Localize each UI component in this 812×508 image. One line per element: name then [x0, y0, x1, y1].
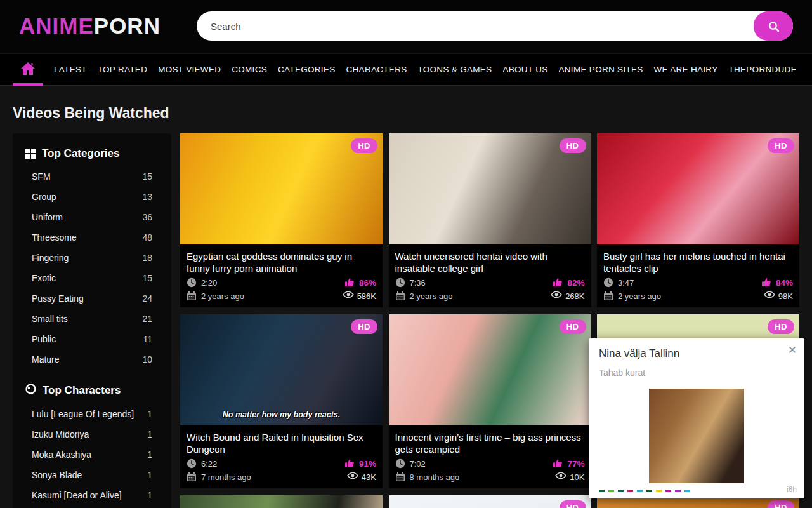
hd-badge: HD	[768, 500, 794, 508]
character-item-izuku[interactable]: Izuku Midoriya1	[25, 424, 160, 444]
category-item-threesome[interactable]: Threesome48	[25, 227, 160, 248]
nav-item-most-viewed[interactable]: MOST VIEWED	[158, 65, 221, 74]
video-duration: 7:02	[410, 459, 426, 469]
calendar-icon	[187, 472, 197, 482]
video-title[interactable]: Watch uncensored hentai video with insat…	[395, 250, 585, 274]
ad-photo[interactable]	[649, 389, 744, 483]
hd-badge: HD	[560, 138, 586, 153]
video-title[interactable]: Innocent virgin’s first time – big ass p…	[395, 431, 585, 455]
category-item-small-tits[interactable]: Small tits21	[25, 309, 160, 329]
top-categories-header: Top Categories	[25, 147, 160, 160]
nav-item-we-are-hairy[interactable]: WE ARE HAIRY	[654, 65, 718, 74]
nav-item-top-rated[interactable]: TOP RATED	[98, 65, 147, 74]
calendar-icon	[395, 291, 405, 301]
search-bar	[197, 11, 793, 41]
video-thumbnail[interactable]: HD	[389, 133, 591, 244]
category-item-uniform[interactable]: Uniform36	[25, 207, 160, 227]
top-characters-list: Lulu [League Of Legends]1 Izuku Midoriya…	[25, 404, 160, 505]
category-item-mature[interactable]: Mature10	[25, 349, 160, 370]
video-card[interactable]: HD Busty girl has her melons touched in …	[597, 133, 799, 307]
video-title[interactable]: Busty girl has her melons touched in hen…	[603, 250, 793, 274]
nav-item-theporndude[interactable]: THEPORNDUDE	[728, 65, 797, 74]
main-nav: LATEST TOP RATED MOST VIEWED COMICS CATE…	[0, 54, 812, 86]
eye-icon	[347, 472, 357, 482]
page-title: Videos Being Watched	[13, 105, 169, 122]
nav-item-categories[interactable]: CATEGORIES	[278, 65, 336, 74]
logo-text-secondary: PORN	[94, 13, 160, 38]
clock-icon	[187, 277, 197, 288]
characters-icon	[25, 384, 36, 398]
video-card[interactable]: HD Watch uncensored hentai video with in…	[389, 133, 591, 307]
video-age: 2 years ago	[618, 291, 661, 301]
close-icon[interactable]: ✕	[788, 345, 797, 356]
nav-item-characters[interactable]: CHARACTERS	[346, 65, 407, 74]
video-duration: 7:36	[410, 278, 426, 288]
video-duration: 6:22	[201, 459, 217, 469]
video-card[interactable]: HD Egyptian cat goddess dominates guy in…	[180, 133, 383, 307]
character-item-kasumi[interactable]: Kasumi [Dead or Alive]1	[25, 485, 160, 505]
video-card[interactable]: HD No matter how my body reacts. Witch B…	[180, 314, 383, 488]
nav-item-comics[interactable]: COMICS	[232, 65, 267, 74]
nav-item-anime-porn-sites[interactable]: ANIME PORN SITES	[559, 65, 643, 74]
eye-icon	[343, 291, 353, 301]
category-item-pussy-eating[interactable]: Pussy Eating24	[25, 288, 160, 309]
character-item-lulu[interactable]: Lulu [League Of Legends]1	[25, 404, 160, 424]
search-input[interactable]	[197, 11, 793, 41]
hd-badge: HD	[768, 138, 794, 153]
calendar-icon	[395, 472, 405, 482]
video-title[interactable]: Witch Bound and Railed in Inquisition Se…	[187, 431, 376, 455]
categories-grid-icon	[25, 149, 36, 159]
video-likes: 77%	[567, 459, 584, 469]
sidebar: Top Categories SFM15 Group13 Uniform36 T…	[13, 133, 171, 508]
nav-item-about-us[interactable]: ABOUT US	[502, 65, 547, 74]
video-views: 586K	[357, 291, 376, 301]
video-card[interactable]: HD Innocent virgin’s first time – big as…	[389, 314, 591, 488]
character-item-sonya[interactable]: Sonya Blade1	[25, 465, 160, 485]
thumbs-up-icon	[344, 277, 355, 288]
top-categories-list: SFM15 Group13 Uniform36 Threesome48 Fing…	[25, 166, 160, 370]
video-title[interactable]: Egyptian cat goddess dominates guy in fu…	[187, 250, 376, 274]
clock-icon	[603, 277, 613, 288]
video-card[interactable]: HD	[389, 495, 591, 508]
site-logo[interactable]: ANIMEPORN	[19, 13, 160, 39]
video-thumbnail[interactable]: HD	[389, 314, 591, 425]
calendar-icon	[603, 291, 613, 301]
hd-badge: HD	[351, 138, 377, 153]
video-thumbnail[interactable]: HD	[389, 495, 591, 508]
video-likes: 82%	[567, 278, 584, 288]
video-likes: 91%	[359, 459, 376, 469]
category-item-fingering[interactable]: Fingering18	[25, 248, 160, 268]
header: ANIMEPORN	[0, 0, 812, 53]
clock-icon	[395, 458, 405, 469]
category-item-public[interactable]: Public11	[25, 329, 160, 349]
category-item-exotic[interactable]: Exotic15	[25, 268, 160, 288]
video-views: 43K	[362, 472, 376, 482]
character-item-moka[interactable]: Moka Akashiya1	[25, 444, 160, 465]
clock-icon	[187, 458, 197, 469]
video-age: 8 months ago	[410, 472, 460, 482]
calendar-icon	[187, 291, 197, 301]
hd-badge: HD	[351, 319, 377, 334]
video-thumbnail[interactable]: HD	[180, 133, 383, 244]
video-likes: 84%	[776, 278, 793, 288]
category-item-group[interactable]: Group13	[25, 187, 160, 207]
nav-item-home[interactable]	[13, 54, 43, 86]
eye-icon	[764, 291, 774, 301]
eye-icon	[555, 472, 565, 482]
ad-popup-subtitle: Tahab kurat	[599, 368, 794, 378]
logo-text-primary: ANIME	[19, 13, 94, 38]
category-item-sfm[interactable]: SFM15	[25, 166, 160, 187]
clock-icon	[395, 277, 405, 288]
video-age: 7 months ago	[201, 472, 251, 482]
video-thumbnail[interactable]: HD	[597, 133, 799, 244]
thumbs-up-icon	[553, 458, 563, 469]
search-button[interactable]	[754, 11, 793, 41]
nav-item-toons-games[interactable]: TOONS & GAMES	[417, 65, 492, 74]
video-thumbnail[interactable]	[180, 495, 383, 508]
home-icon	[20, 61, 36, 79]
video-likes: 86%	[359, 278, 376, 288]
video-card[interactable]	[180, 495, 383, 508]
nav-item-latest[interactable]: LATEST	[54, 65, 87, 74]
video-thumbnail[interactable]: HD No matter how my body reacts.	[180, 314, 383, 425]
ad-popup: Nina välja Tallinn ✕ Tahab kurat i6h	[589, 338, 804, 498]
